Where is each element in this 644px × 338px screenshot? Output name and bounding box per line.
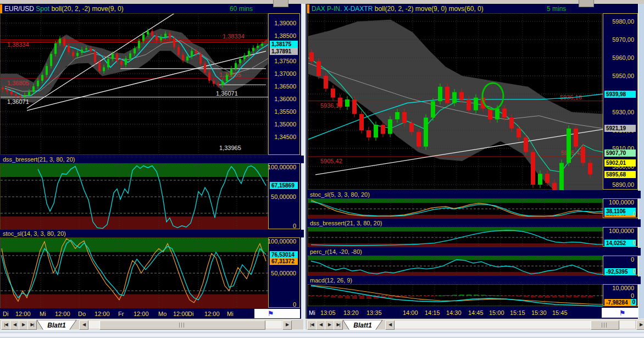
value-box: 14,0252	[604, 240, 636, 247]
symbol-label: DAX P-IN.	[312, 5, 342, 13]
time-label: Mi	[309, 309, 315, 316]
time-label: 13:20	[343, 309, 359, 316]
axis-label: 5890,00	[612, 182, 634, 188]
scroll-right-button[interactable]: ▶	[636, 320, 644, 330]
value-box: 5939,98	[604, 91, 636, 98]
price-label: 1,33965	[219, 145, 241, 151]
time-label: Mo	[158, 311, 166, 317]
time-label: 13:35	[367, 309, 382, 316]
axis-label: 1,35000	[274, 121, 296, 128]
series-label: X-DAXTR	[344, 5, 373, 13]
indicator-pane-dss[interactable]	[0, 163, 268, 229]
chart-canvas: 5936,165936,165905,425905,42	[308, 14, 603, 190]
scrollbar-track[interactable]	[88, 320, 282, 329]
axis-label: 0	[632, 240, 636, 246]
sheet-bar-eurusd: |◀ ◀ ▶ ▶| Blatt1 ◀ ▶	[0, 319, 303, 330]
axis-label: 0	[631, 257, 634, 263]
alert-line-label: 1,38334	[223, 33, 245, 40]
sheet-bar-dax: |◀ ◀ ▶ ▶| Blatt1 ◀ ▶	[306, 319, 644, 330]
indicator-pane-macd[interactable]	[308, 284, 602, 306]
value-box: 38,1106	[604, 208, 636, 215]
axis-label: 50,00000	[271, 194, 296, 200]
indicator-header: stoc_sl(14, 3, 3, 80, 20)	[0, 230, 304, 237]
sheet-tab[interactable]: Blatt1	[36, 320, 77, 331]
indicator-pane-dss[interactable]	[308, 227, 602, 247]
indicator-pane-stoc[interactable]	[0, 237, 268, 308]
axis-label: 0	[293, 302, 296, 308]
time-label: 12:00	[55, 311, 70, 317]
nav-last-button[interactable]: ▶|	[27, 320, 37, 330]
indicator-header: perc_r(14, -20, -80)	[307, 248, 641, 256]
indicator-canvas	[1, 238, 268, 308]
axis-label: 1,37500	[274, 58, 296, 64]
price-axis-dax[interactable]: 5980,005970,005960,005950,005940,005930,…	[603, 13, 638, 190]
window-button[interactable]	[273, 0, 288, 7]
price-chart-eurusd[interactable]: 1,383341,383341,368051,368051,360711,360…	[0, 13, 268, 155]
indicator-canvas	[308, 256, 603, 276]
indicator-axis-dss: 100,000014,02520	[603, 227, 638, 247]
scrollbar-track[interactable]	[395, 320, 635, 329]
price-chart-dax[interactable]: 5936,165936,165905,425905,42	[308, 13, 602, 190]
time-label: Fr	[118, 311, 124, 317]
chart-header-eurusd[interactable]: EUR/USD Spot boll(20, 2, -2) move(9, 0) …	[0, 4, 301, 13]
time-label: Di	[188, 311, 193, 317]
nav-first-button[interactable]: |◀	[1, 320, 10, 330]
time-label: Mi	[40, 311, 46, 317]
flag-box: ⚑	[254, 309, 300, 318]
nav-next-button[interactable]: ▶	[19, 320, 28, 330]
scrollbar-thumb[interactable]	[591, 320, 619, 330]
axis-label: 5960,00	[612, 55, 634, 61]
alert-line-label: 1,36805	[7, 80, 29, 86]
indicator-pane-stoc5[interactable]	[308, 198, 602, 218]
scrollbar-thumb[interactable]	[99, 320, 265, 330]
time-label: 12:00	[95, 311, 110, 317]
time-label: 12:00	[134, 311, 149, 317]
time-label: Mi	[227, 311, 234, 317]
time-label: 12:00	[173, 311, 188, 317]
value-box: 5907,70	[604, 149, 636, 157]
time-label: 15:30	[531, 309, 547, 316]
value-box: 1,37891	[270, 48, 298, 55]
axis-label: 50,00000	[271, 270, 296, 276]
timeframe-label: 60 mins	[230, 4, 253, 13]
time-label: 15:00	[489, 309, 504, 316]
axis-label: 0	[632, 268, 636, 274]
value-box: -92,5395	[604, 268, 636, 275]
nav-next-button[interactable]: ▶	[325, 320, 334, 330]
nav-first-button[interactable]: |◀	[307, 320, 317, 330]
time-label: 14:15	[425, 309, 440, 316]
overbought-band	[308, 199, 603, 203]
time-label: 12:00	[15, 311, 31, 317]
nav-prev-button[interactable]: ◀	[316, 320, 325, 330]
time-label: Di	[3, 311, 8, 317]
indicator-pane-percr[interactable]	[308, 256, 602, 275]
scroll-left-button[interactable]: ◀	[79, 320, 88, 330]
scroll-right-button[interactable]: ▶	[282, 320, 292, 330]
nav-last-button[interactable]: ▶|	[334, 320, 343, 330]
axis-label: 0	[293, 223, 296, 229]
time-label: 14:00	[403, 309, 418, 316]
sheet-tab[interactable]: Blatt1	[342, 320, 383, 331]
time-label: 12:00	[204, 311, 220, 317]
time-label: 15:45	[552, 309, 568, 316]
price-axis-eurusd[interactable]: 1,390001,385001,380001,375001,370001,365…	[268, 13, 300, 155]
axis-label: 1,35500	[274, 109, 296, 115]
flag-box: ⚑	[602, 308, 638, 318]
value-box: 5895,68	[604, 171, 636, 178]
window-button[interactable]	[579, 0, 594, 7]
nav-prev-button[interactable]: ◀	[10, 320, 19, 330]
indicator-header: stoc_sl(5, 3, 3, 80, 20)	[307, 191, 641, 198]
flag-icon: ⚑	[619, 309, 626, 317]
indicator-axis-stoc: 100,0000050,00000076,5301467,31372	[268, 237, 300, 308]
axis-label: 1,36500	[274, 84, 296, 90]
indicator-canvas	[1, 164, 268, 230]
alert-line-label: 5905,42	[561, 149, 583, 156]
axis-label: 10,0000	[612, 285, 634, 291]
flag-icon: ⚑	[268, 309, 274, 318]
axis-label: 100,00000	[268, 239, 296, 245]
scroll-left-button[interactable]: ◀	[385, 320, 395, 330]
axis-label: 5980,00	[612, 19, 634, 25]
axis-label: 0	[632, 211, 636, 217]
axis-label: 5970,00	[612, 37, 634, 43]
status-strip	[0, 330, 644, 338]
